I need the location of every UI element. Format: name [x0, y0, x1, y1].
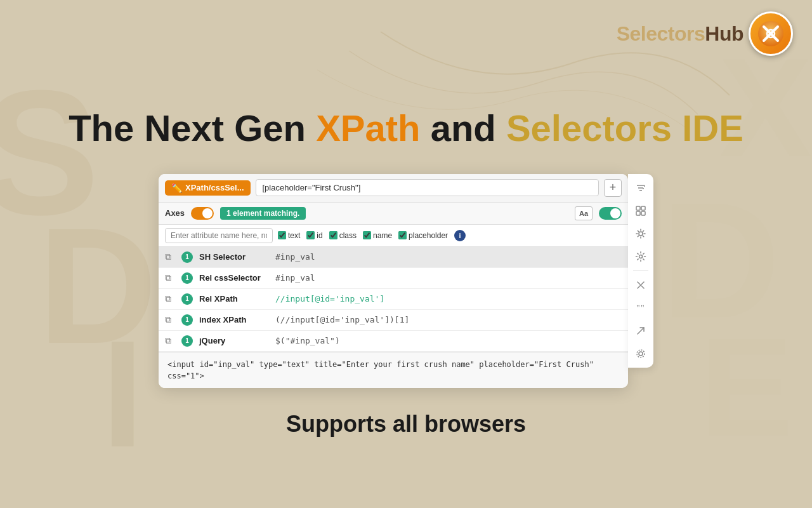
svg-point-21 [639, 352, 643, 356]
svg-rect-10 [641, 206, 645, 210]
settings-icon-btn[interactable] [631, 224, 651, 244]
copy-icon[interactable]: ⧉ [165, 272, 175, 283]
selector-value: //input[@id='inp_val'] [275, 294, 384, 304]
quote-icon-btn[interactable]: " " [631, 298, 651, 318]
bottom-text: Supports all browsers [286, 411, 526, 438]
copy-icon[interactable]: ⧉ [165, 293, 175, 304]
selector-value: (//input[@id='inp_val'])[1] [275, 315, 409, 324]
filter-icon-btn[interactable] [631, 178, 651, 198]
svg-point-13 [639, 232, 643, 236]
xpath-input[interactable] [256, 179, 599, 196]
html-preview: <input id="inp_val" type="text" title="E… [159, 352, 628, 388]
attr-input[interactable] [165, 228, 273, 243]
svg-rect-9 [636, 206, 640, 210]
arrow-icon-btn[interactable] [631, 321, 651, 341]
svg-point-14 [639, 255, 643, 258]
panel-topbar: ✏️ XPath/cssSel... + [159, 174, 628, 203]
selector-value: $("#inp_val") [275, 336, 340, 345]
check-text[interactable]: text [278, 231, 300, 240]
svg-rect-12 [641, 211, 645, 215]
svg-text:": " [641, 304, 645, 313]
match-badge: 1 element matching. [220, 207, 306, 220]
table-row: ⧉ 1 SH Selector #inp_val [159, 247, 628, 268]
check-class[interactable]: class [329, 231, 357, 240]
axes-bar: Axes 1 element matching. Aа [159, 203, 628, 225]
table-row: ⧉ 1 jQuery $("#inp_val") [159, 331, 628, 352]
selector-label: Rel XPath [199, 294, 269, 304]
count-badge: 1 [181, 314, 193, 326]
xpath-badge: ✏️ XPath/cssSel... [165, 180, 251, 196]
count-badge: 1 [181, 293, 193, 305]
logo-area: SelectorsHub [617, 11, 793, 56]
table-row: ⧉ 1 Rel cssSelector #inp_val [159, 268, 628, 289]
svg-line-20 [638, 328, 644, 334]
info-icon[interactable]: i [454, 230, 466, 241]
svg-line-16 [638, 282, 640, 284]
main-panel: ✏️ XPath/cssSel... + Axes 1 element matc… [159, 174, 628, 388]
tools-icon-btn[interactable] [631, 275, 651, 295]
main-content: The Next Gen XPath and Selectors IDE ✏️ … [0, 0, 812, 438]
copy-icon[interactable]: ⧉ [165, 314, 175, 325]
selector-label: Rel cssSelector [199, 273, 269, 283]
copy-icon[interactable]: ⧉ [165, 251, 175, 262]
font-size-icon[interactable]: Aа [575, 206, 593, 220]
table-row: ⧉ 1 Rel XPath //input[@id='inp_val'] [159, 289, 628, 310]
gear2-icon-btn[interactable] [631, 246, 651, 267]
attr-filter-bar: text id class name placeholder i [159, 225, 628, 247]
selector-value: #inp_val [275, 273, 315, 283]
panel-wrapper: ✏️ XPath/cssSel... + Axes 1 element matc… [159, 174, 653, 388]
cog-icon-btn[interactable] [631, 344, 651, 364]
logo-svg [757, 20, 784, 47]
count-badge: 1 [181, 251, 193, 263]
check-name[interactable]: name [363, 231, 392, 240]
count-badge: 1 [181, 335, 193, 347]
axes-label: Axes [165, 208, 185, 218]
divider [633, 271, 648, 271]
selector-table: ⧉ 1 SH Selector #inp_val ⧉ 1 Rel cssSele… [159, 247, 628, 352]
attr-checkboxes: text id class name placeholder [278, 231, 448, 240]
copy-icon[interactable]: ⧉ [165, 335, 175, 346]
add-button[interactable]: + [604, 179, 622, 197]
selector-value: #inp_val [275, 252, 315, 262]
logo-icon [749, 11, 793, 56]
grid-icon-btn[interactable] [631, 201, 651, 221]
svg-line-17 [641, 286, 644, 288]
axes-toggle[interactable] [191, 207, 214, 220]
check-placeholder[interactable]: placeholder [398, 231, 448, 240]
selector-label: jQuery [199, 336, 269, 345]
count-badge: 1 [181, 272, 193, 284]
logo-text: SelectorsHub [617, 22, 743, 46]
selector-label: index XPath [199, 315, 269, 324]
table-row: ⧉ 1 index XPath (//input[@id='inp_val'])… [159, 310, 628, 331]
headline: The Next Gen XPath and Selectors IDE [69, 108, 743, 149]
svg-rect-11 [636, 211, 640, 215]
edit-icon: ✏️ [171, 183, 182, 193]
green-toggle[interactable] [599, 207, 622, 220]
svg-point-22 [637, 350, 645, 358]
right-sidebar: " " [628, 174, 653, 368]
selector-label: SH Selector [199, 252, 269, 262]
badge-label: XPath/cssSel... [185, 183, 244, 192]
check-id[interactable]: id [306, 231, 322, 240]
svg-text:": " [636, 304, 640, 313]
